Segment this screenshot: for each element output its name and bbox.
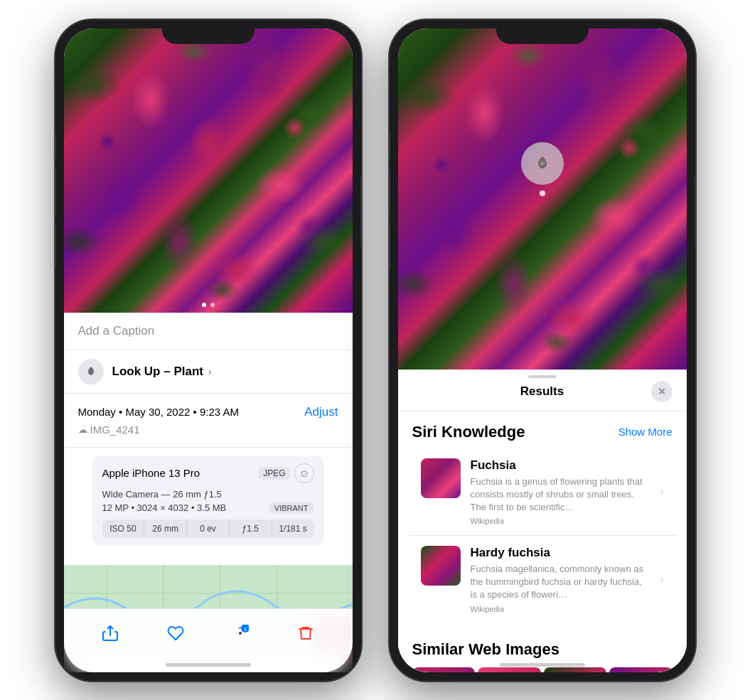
- power-button-right[interactable]: [695, 176, 695, 247]
- home-indicator: [166, 663, 251, 667]
- hardy-thumb: [421, 546, 461, 586]
- left-screen: Add a Caption Look Up – Plant › Monday •…: [64, 28, 353, 672]
- lookup-text: Look Up – Plant ›: [112, 365, 212, 379]
- adjust-button[interactable]: Adjust: [304, 405, 338, 419]
- format-badge: JPEG: [259, 467, 289, 480]
- device-name: Apple iPhone 13 Pro: [102, 467, 200, 479]
- exif-iso: ISO 50: [102, 519, 145, 538]
- exif-aperture: ƒ1.5: [230, 519, 272, 538]
- hardy-desc: Fuchsia magellanica, commonly known as t…: [471, 563, 650, 602]
- dot-2: [210, 303, 215, 307]
- device-badges: JPEG ⊙: [259, 463, 314, 483]
- mp-row: 12 MP • 3024 × 4032 • 3.5 MB VIBRANT: [102, 502, 314, 514]
- close-button[interactable]: ✕: [651, 381, 673, 402]
- vi-flower-overlay: [398, 28, 687, 370]
- fuchsia-chevron: ›: [660, 485, 663, 498]
- info-button[interactable]: i: [225, 618, 256, 649]
- metadata-section: Monday • May 30, 2022 • 9:23 AM Adjust ☁…: [64, 394, 353, 448]
- fuchsia-name: Fuchsia: [471, 458, 650, 473]
- page-dots: [202, 303, 215, 307]
- fuchsia-thumb-img: [421, 458, 461, 498]
- siri-knowledge-header: Siri Knowledge Show More: [398, 411, 687, 448]
- vi-dot: [540, 190, 545, 196]
- fuchsia-item[interactable]: Fuchsia Fuchsia is a genus of flowering …: [409, 448, 675, 537]
- fuchsia-source: Wikipedia: [471, 517, 650, 525]
- meta-date: Monday • May 30, 2022 • 9:23 AM: [78, 406, 239, 418]
- lookup-subject: Plant: [173, 365, 203, 378]
- device-section: Apple iPhone 13 Pro JPEG ⊙ Wide Camera —…: [92, 456, 324, 545]
- lookup-chevron: ›: [208, 366, 212, 377]
- volume-up-button[interactable]: [55, 169, 56, 215]
- home-indicator-right: [500, 663, 585, 667]
- svg-text:i: i: [245, 626, 246, 632]
- similar-title: Similar Web Images: [412, 640, 673, 659]
- similar-img-1[interactable]: [412, 667, 476, 672]
- exif-row: ISO 50 26 mm 0 ev ƒ1.5 1/181 s: [102, 519, 314, 538]
- fuchsia-desc: Fuchsia is a genus of flowering plants t…: [471, 475, 650, 515]
- dot-1: [202, 303, 206, 307]
- fuchsia-thumb: [421, 458, 461, 498]
- power-button[interactable]: [360, 176, 361, 247]
- lookup-icon: [78, 359, 104, 384]
- hardy-thumb-img: [421, 546, 461, 586]
- photo-background: [64, 28, 353, 313]
- delete-button[interactable]: [290, 618, 321, 649]
- volume-up-button-right[interactable]: [390, 169, 390, 215]
- visual-intelligence-button[interactable]: [521, 142, 564, 185]
- vi-photo: [398, 28, 687, 370]
- mp-text: 12 MP • 3024 × 4032 • 3.5 MB: [102, 502, 227, 513]
- right-screen: Results ✕ Siri Knowledge Show More Fuchs…: [398, 28, 687, 672]
- filename-text: IMG_4241: [90, 424, 140, 436]
- results-panel-wrapper: Results ✕ Siri Knowledge Show More Fuchs…: [398, 370, 687, 672]
- notch-right: [496, 20, 589, 44]
- volume-down-button-right[interactable]: [390, 222, 390, 269]
- hardy-chevron: ›: [660, 573, 663, 586]
- right-phone: Results ✕ Siri Knowledge Show More Fuchs…: [390, 20, 695, 681]
- similar-img-2[interactable]: [478, 667, 541, 672]
- caption-field[interactable]: Add a Caption: [64, 313, 353, 350]
- hardy-source: Wikipedia: [471, 605, 650, 613]
- left-phone: Add a Caption Look Up – Plant › Monday •…: [55, 20, 361, 681]
- results-title: Results: [434, 384, 651, 399]
- notch: [162, 20, 255, 44]
- lookup-label: Look Up –: [112, 365, 171, 378]
- share-button[interactable]: [95, 618, 126, 649]
- siri-knowledge-title: Siri Knowledge: [412, 423, 525, 441]
- similar-grid[interactable]: [412, 667, 673, 672]
- cloud-icon: ☁: [78, 424, 87, 435]
- lookup-row[interactable]: Look Up – Plant ›: [64, 350, 353, 394]
- drag-bar: [528, 375, 557, 378]
- results-panel[interactable]: Results ✕ Siri Knowledge Show More Fuchs…: [398, 370, 687, 672]
- show-more-button[interactable]: Show More: [618, 426, 673, 438]
- device-section-wrapper: Apple iPhone 13 Pro JPEG ⊙ Wide Camera —…: [64, 448, 353, 554]
- hardy-name: Hardy fuchsia: [471, 546, 650, 560]
- exif-focal: 26 mm: [144, 519, 187, 538]
- hardy-info: Hardy fuchsia Fuchsia magellanica, commo…: [471, 546, 650, 613]
- photo-area[interactable]: [64, 28, 353, 313]
- settings-circle[interactable]: ⊙: [294, 463, 314, 483]
- hardy-fuchsia-item[interactable]: Hardy fuchsia Fuchsia magellanica, commo…: [409, 536, 675, 623]
- mute-button-right[interactable]: [390, 134, 390, 158]
- flower-overlay: [64, 28, 353, 313]
- exif-shutter: 1/181 s: [272, 519, 314, 538]
- svg-point-13: [540, 161, 545, 166]
- svg-point-10: [239, 632, 242, 635]
- camera-specs: Wide Camera — 26 mm ƒ1.5: [102, 489, 314, 500]
- exif-ev: 0 ev: [187, 519, 230, 538]
- volume-down-button[interactable]: [55, 222, 56, 269]
- vibrant-badge: VIBRANT: [269, 502, 314, 514]
- mute-button[interactable]: [55, 134, 56, 158]
- fuchsia-info: Fuchsia Fuchsia is a genus of flowering …: [471, 458, 650, 526]
- similar-img-4[interactable]: [609, 667, 673, 672]
- favorite-button[interactable]: [160, 618, 191, 649]
- similar-img-3[interactable]: [544, 667, 607, 672]
- meta-filename: ☁ IMG_4241: [78, 424, 338, 436]
- knowledge-card: Fuchsia Fuchsia is a genus of flowering …: [409, 448, 675, 623]
